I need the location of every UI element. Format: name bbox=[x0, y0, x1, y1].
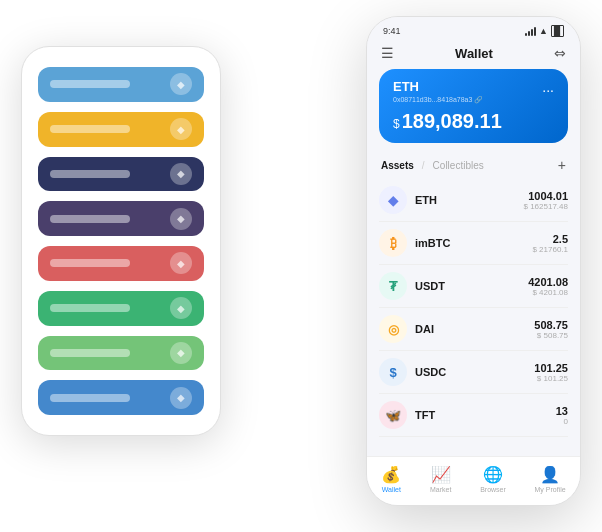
asset-amounts-dai: 508.75 $ 508.75 bbox=[534, 319, 568, 340]
asset-primary-usdc: 101.25 bbox=[534, 362, 568, 374]
assets-header: Assets / Collectibles + bbox=[367, 153, 580, 179]
eth-card-name: ETH bbox=[393, 79, 483, 94]
asset-icon-usdc: $ bbox=[379, 358, 407, 386]
tab-assets[interactable]: Assets bbox=[381, 160, 414, 171]
asset-name-usdt: USDT bbox=[415, 280, 528, 292]
eth-card[interactable]: ETH 0x08711d3b...8418a78a3 🔗 ... $189,08… bbox=[379, 69, 568, 143]
asset-row-usdc[interactable]: $ USDC 101.25 $ 101.25 bbox=[379, 351, 568, 394]
asset-primary-tft: 13 bbox=[556, 405, 568, 417]
left-phone: ◆◆◆◆◆◆◆◆ bbox=[21, 46, 221, 436]
asset-amounts-usdc: 101.25 $ 101.25 bbox=[534, 362, 568, 383]
eth-card-balance: $189,089.11 bbox=[393, 110, 554, 133]
left-card-1: ◆ bbox=[38, 112, 204, 147]
battery-icon: ▉ bbox=[551, 25, 564, 37]
asset-name-tft: TFT bbox=[415, 409, 556, 421]
left-card-7: ◆ bbox=[38, 380, 204, 415]
wifi-icon: ▲ bbox=[539, 26, 548, 36]
asset-list: ◆ ETH 1004.01 $ 162517.48 ₿ imBTC 2.5 $ … bbox=[367, 179, 580, 437]
scene: ◆◆◆◆◆◆◆◆ 9:41 ▲ ▉ ☰ Wallet ⇔ bbox=[21, 16, 581, 516]
asset-secondary-eth: $ 162517.48 bbox=[524, 202, 569, 211]
asset-name-eth: ETH bbox=[415, 194, 524, 206]
asset-row-eth[interactable]: ◆ ETH 1004.01 $ 162517.48 bbox=[379, 179, 568, 222]
asset-amounts-tft: 13 0 bbox=[556, 405, 568, 426]
eth-card-address: 0x08711d3b...8418a78a3 🔗 bbox=[393, 96, 483, 104]
asset-row-dai[interactable]: ◎ DAI 508.75 $ 508.75 bbox=[379, 308, 568, 351]
asset-amounts-eth: 1004.01 $ 162517.48 bbox=[524, 190, 569, 211]
asset-primary-usdt: 4201.08 bbox=[528, 276, 568, 288]
assets-tabs: Assets / Collectibles bbox=[381, 160, 484, 171]
left-card-0: ◆ bbox=[38, 67, 204, 102]
asset-name-dai: DAI bbox=[415, 323, 534, 335]
status-icons: ▲ ▉ bbox=[525, 25, 564, 37]
nav-label-browser: Browser bbox=[480, 486, 506, 493]
menu-icon[interactable]: ☰ bbox=[381, 45, 394, 61]
nav-label-my-profile: My Profile bbox=[535, 486, 566, 493]
tab-collectibles[interactable]: Collectibles bbox=[433, 160, 484, 171]
header-title: Wallet bbox=[455, 46, 493, 61]
eth-card-menu[interactable]: ... bbox=[542, 79, 554, 95]
phone-header: ☰ Wallet ⇔ bbox=[367, 41, 580, 69]
nav-label-wallet: Wallet bbox=[382, 486, 401, 493]
asset-secondary-imbtc: $ 21760.1 bbox=[532, 245, 568, 254]
asset-icon-usdt: ₮ bbox=[379, 272, 407, 300]
signal-icon bbox=[525, 27, 536, 36]
asset-row-imbtc[interactable]: ₿ imBTC 2.5 $ 21760.1 bbox=[379, 222, 568, 265]
left-card-5: ◆ bbox=[38, 291, 204, 326]
bottom-nav: 💰 Wallet 📈 Market 🌐 Browser 👤 My Profile bbox=[367, 456, 580, 505]
asset-primary-eth: 1004.01 bbox=[524, 190, 569, 202]
tab-divider: / bbox=[422, 160, 425, 171]
asset-icon-imbtc: ₿ bbox=[379, 229, 407, 257]
right-phone: 9:41 ▲ ▉ ☰ Wallet ⇔ ETH bbox=[366, 16, 581, 506]
add-asset-button[interactable]: + bbox=[558, 157, 566, 173]
nav-item-browser[interactable]: 🌐 Browser bbox=[480, 465, 506, 493]
left-card-3: ◆ bbox=[38, 201, 204, 236]
left-card-2: ◆ bbox=[38, 157, 204, 192]
left-card-4: ◆ bbox=[38, 246, 204, 281]
status-time: 9:41 bbox=[383, 26, 401, 36]
left-card-6: ◆ bbox=[38, 336, 204, 371]
status-bar: 9:41 ▲ ▉ bbox=[367, 17, 580, 41]
expand-icon[interactable]: ⇔ bbox=[554, 45, 566, 61]
asset-amounts-usdt: 4201.08 $ 4201.08 bbox=[528, 276, 568, 297]
asset-amounts-imbtc: 2.5 $ 21760.1 bbox=[532, 233, 568, 254]
asset-primary-imbtc: 2.5 bbox=[532, 233, 568, 245]
nav-icon-browser: 🌐 bbox=[483, 465, 503, 484]
asset-row-usdt[interactable]: ₮ USDT 4201.08 $ 4201.08 bbox=[379, 265, 568, 308]
asset-secondary-dai: $ 508.75 bbox=[534, 331, 568, 340]
asset-primary-dai: 508.75 bbox=[534, 319, 568, 331]
asset-icon-eth: ◆ bbox=[379, 186, 407, 214]
asset-secondary-usdc: $ 101.25 bbox=[534, 374, 568, 383]
nav-icon-wallet: 💰 bbox=[381, 465, 401, 484]
nav-item-wallet[interactable]: 💰 Wallet bbox=[381, 465, 401, 493]
nav-icon-market: 📈 bbox=[431, 465, 451, 484]
eth-currency-symbol: $ bbox=[393, 117, 400, 131]
nav-item-my-profile[interactable]: 👤 My Profile bbox=[535, 465, 566, 493]
nav-icon-my-profile: 👤 bbox=[540, 465, 560, 484]
nav-label-market: Market bbox=[430, 486, 451, 493]
asset-icon-tft: 🦋 bbox=[379, 401, 407, 429]
asset-name-usdc: USDC bbox=[415, 366, 534, 378]
asset-secondary-tft: 0 bbox=[556, 417, 568, 426]
asset-secondary-usdt: $ 4201.08 bbox=[528, 288, 568, 297]
asset-icon-dai: ◎ bbox=[379, 315, 407, 343]
nav-item-market[interactable]: 📈 Market bbox=[430, 465, 451, 493]
asset-name-imbtc: imBTC bbox=[415, 237, 532, 249]
asset-row-tft[interactable]: 🦋 TFT 13 0 bbox=[379, 394, 568, 437]
